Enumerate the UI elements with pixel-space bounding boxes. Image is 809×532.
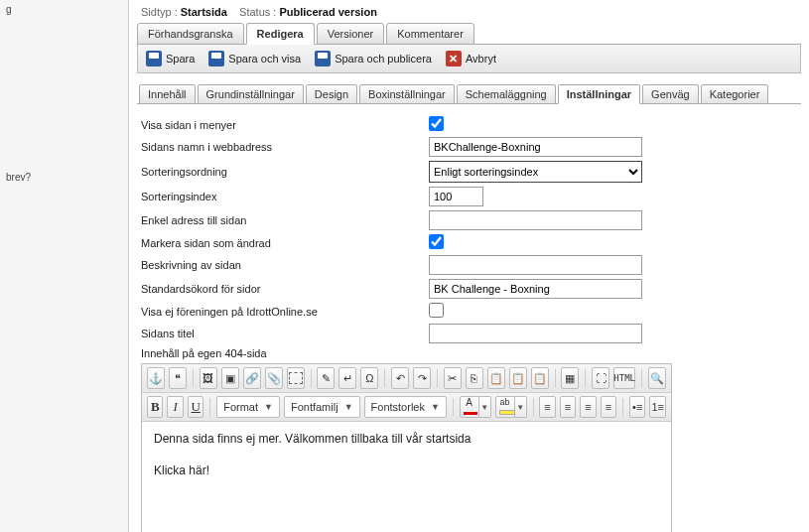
show-in-menus-checkbox[interactable] (429, 116, 444, 131)
save-show-button[interactable]: Spara och visa (208, 51, 301, 66)
left-sidebar: g brev? (0, 0, 129, 532)
mark-changed-label: Markera sidan som ändrad (141, 237, 429, 249)
subtab-categories[interactable]: Kategorier (701, 84, 769, 104)
anchor-icon[interactable]: ⚓ (147, 367, 165, 389)
html-button[interactable]: HTML (613, 367, 635, 389)
attachment-icon[interactable]: 📎 (265, 367, 283, 389)
format-dropdown[interactable]: Format▼ (216, 396, 280, 418)
left-text-1: g (6, 4, 122, 15)
description-input[interactable] (429, 255, 642, 275)
cancel-icon: ✕ (446, 51, 462, 66)
tab-edit[interactable]: Redigera (246, 23, 315, 45)
copy-icon[interactable]: ⎘ (466, 367, 483, 389)
subtab-content[interactable]: Innehåll (139, 84, 196, 104)
subtab-basic[interactable]: Grundinställningar (198, 84, 304, 104)
subtab-shortcut[interactable]: Genväg (642, 84, 699, 104)
fontfamily-dropdown[interactable]: Fontfamilj▼ (284, 396, 360, 418)
cancel-button[interactable]: ✕ Avbryt (446, 51, 496, 66)
tab-preview[interactable]: Förhandsgranska (137, 23, 244, 45)
sidtyp-label: Sidtyp : (141, 6, 178, 18)
url-name-label: Sidans namn i webbadress (141, 141, 429, 153)
sidtyp-value: Startsida (181, 6, 227, 18)
number-list-icon[interactable]: 1≡ (649, 396, 665, 418)
align-right-icon[interactable]: ≡ (580, 396, 596, 418)
tab-comments[interactable]: Kommentarer (386, 23, 474, 45)
bold-button[interactable]: B (147, 396, 163, 418)
fullscreen-icon[interactable]: ⛶ (592, 367, 609, 389)
break-icon[interactable]: ↵ (338, 367, 356, 389)
rich-text-editor: ⚓ ❝ 🖼 ▣ 🔗 📎 ✎ ↵ Ω ↶ ↷ ✂ (141, 363, 672, 532)
fontsize-dropdown[interactable]: Fontstorlek▼ (364, 396, 447, 418)
undo-icon[interactable]: ↶ (391, 367, 409, 389)
subtab-schedule[interactable]: Schemaläggning (457, 84, 556, 104)
description-label: Beskrivning av sidan (141, 259, 429, 271)
save-button[interactable]: Spara (146, 51, 195, 66)
redo-icon[interactable]: ↷ (413, 367, 431, 389)
status-label: Status : (239, 6, 276, 18)
editor-line-1: Denna sida finns ej mer. Välkommen tillb… (154, 432, 659, 446)
paste-word-icon[interactable]: 📋 (531, 367, 549, 389)
align-center-icon[interactable]: ≡ (560, 396, 576, 418)
sort-order-label: Sorteringsordning (141, 166, 429, 178)
table-icon[interactable]: ▦ (561, 367, 579, 389)
link-icon[interactable]: 🔗 (243, 367, 261, 389)
paste-text-icon[interactable]: 📋 (509, 367, 527, 389)
image-icon[interactable]: 🖼 (200, 367, 217, 389)
save-icon (146, 51, 162, 66)
editor-line-2: Klicka här! (154, 464, 659, 477)
action-bar: Spara Spara och visa Spara och publicera… (137, 45, 801, 73)
hide-online-label: Visa ej föreningen på IdrottOnline.se (141, 306, 429, 318)
editor-content-area[interactable]: Denna sida finns ej mer. Välkommen tillb… (142, 422, 671, 532)
custom-404-label: Innehåll på egen 404-sida (141, 347, 429, 359)
simple-addr-label: Enkel adress till sidan (141, 214, 429, 226)
unlink-icon[interactable] (287, 367, 305, 389)
status-value: Publicerad version (279, 6, 376, 18)
sort-index-label: Sorteringsindex (141, 191, 429, 202)
title-label: Sidans titel (141, 328, 429, 339)
quote-icon[interactable]: ❝ (169, 367, 187, 389)
save-icon (315, 51, 331, 66)
sort-order-select[interactable]: Enligt sorteringsindex (429, 161, 642, 183)
keywords-label: Standardsökord för sidor (141, 283, 429, 295)
bullet-list-icon[interactable]: •≡ (629, 396, 645, 418)
save-icon (208, 51, 224, 66)
underline-button[interactable]: U (188, 396, 203, 418)
text-color-picker[interactable]: A▼ (460, 396, 491, 418)
tab-versions[interactable]: Versioner (317, 23, 384, 45)
settings-form: Visa sidan i menyer Sidans namn i webbad… (137, 104, 801, 532)
page-meta: Sidtyp : Startsida Status : Publicerad v… (137, 6, 801, 22)
edit-icon[interactable]: ✎ (317, 367, 335, 389)
simple-addr-input[interactable] (429, 210, 642, 230)
subtab-design[interactable]: Design (306, 84, 357, 104)
title-input[interactable] (429, 324, 642, 343)
sort-index-input[interactable] (429, 187, 483, 206)
show-in-menus-label: Visa sidan i menyer (141, 119, 429, 131)
save-publish-button[interactable]: Spara och publicera (315, 51, 432, 66)
mark-changed-checkbox[interactable] (429, 234, 444, 249)
special-char-icon[interactable]: Ω (360, 367, 378, 389)
primary-tabs: Förhandsgranska Redigera Versioner Komme… (137, 22, 801, 45)
align-justify-icon[interactable]: ≡ (601, 396, 616, 418)
search-icon[interactable]: 🔍 (648, 367, 666, 389)
align-left-icon[interactable]: ≡ (539, 396, 555, 418)
left-text-2: brev? (6, 172, 122, 183)
hide-online-checkbox[interactable] (429, 303, 444, 318)
bg-color-picker[interactable]: ab▼ (495, 396, 527, 418)
paste-icon[interactable]: 📋 (487, 367, 505, 389)
italic-button[interactable]: I (167, 396, 183, 418)
url-name-input[interactable] (429, 137, 642, 157)
sub-tabs: Innehåll Grundinställningar Design Boxin… (137, 83, 801, 104)
subtab-settings[interactable]: Inställningar (558, 84, 640, 104)
media-icon[interactable]: ▣ (221, 367, 239, 389)
keywords-input[interactable] (429, 279, 642, 299)
cut-icon[interactable]: ✂ (444, 367, 462, 389)
subtab-box[interactable]: Boxinställningar (359, 84, 455, 104)
